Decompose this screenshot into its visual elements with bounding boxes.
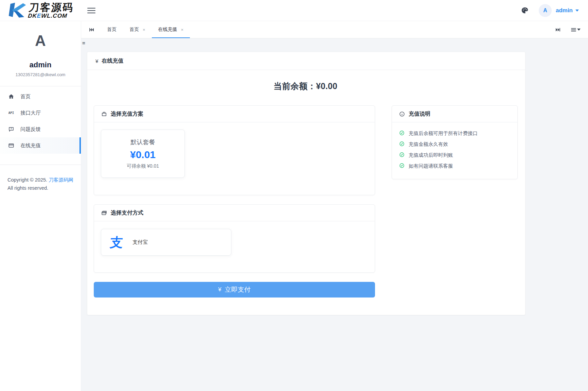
tab-label: 首页 [107, 27, 117, 33]
close-icon[interactable]: × [181, 27, 184, 32]
tabbar: 首页 首页 × 在线充值 × [81, 21, 588, 38]
chevron-down-icon [577, 29, 581, 31]
sidebar-item-label: 接口大厅 [20, 110, 41, 116]
info-section-title: 充值说明 [409, 111, 430, 118]
plan-option-default[interactable]: 默认套餐 ¥0.01 可得余额 ¥0.01 [101, 130, 185, 178]
sidebar: A admin 1302357281@dkewl.com 首页 API 接口大厅 [0, 21, 81, 391]
copyright: Copyright © 2025. 刀客源码网 All rights reser… [0, 165, 81, 192]
sidebar-menu: 首页 API 接口大厅 ? 问题反馈 [0, 86, 81, 156]
sidebar-item-recharge[interactable]: 在线充值 [0, 137, 81, 154]
list-item: 充值成功后即时到账 [399, 150, 510, 160]
theme-palette-icon[interactable] [521, 7, 529, 14]
list-item: 充值后余额可用于所有计费接口 [399, 128, 510, 139]
scroll-tabs-right-icon[interactable] [555, 27, 561, 33]
tab-label: 首页 [129, 27, 139, 33]
payment-section: 选择支付方式 支 支付宝 [94, 204, 375, 273]
info-section: 充值说明 充值后余额可用于所有计费接口 [392, 105, 518, 179]
logo-text: 刀客源码 DKEWL.COM [28, 2, 74, 19]
sidebar-item-api-hall[interactable]: API 接口大厅 [0, 105, 81, 121]
info-circle-icon [399, 111, 405, 117]
plan-note: 可得余额 ¥0.01 [127, 163, 159, 169]
logo[interactable]: 刀客源码 DKEWL.COM [0, 0, 81, 21]
sidebar-toggle-icon[interactable] [87, 8, 95, 13]
logo-k-icon [8, 2, 26, 19]
svg-text:?: ? [11, 128, 12, 130]
tab-home-1[interactable]: 首页 [101, 21, 123, 38]
pay-now-label: 立即支付 [225, 285, 251, 294]
pay-now-button[interactable]: ¥ 立即支付 [94, 282, 375, 298]
plan-price: ¥0.01 [130, 149, 156, 160]
sidebar-item-feedback[interactable]: ? 问题反馈 [0, 121, 81, 137]
current-balance: 当前余额：¥0.00 [94, 81, 517, 92]
logo-subtitle: DKEWL.COM [28, 13, 73, 19]
home-icon [8, 94, 15, 100]
plan-section: 选择充值方案 默认套餐 ¥0.01 可得余额 ¥0.01 [94, 105, 375, 195]
plan-section-header: 选择充值方案 [94, 106, 375, 122]
feedback-icon: ? [8, 126, 15, 132]
check-circle-icon [399, 152, 405, 158]
api-icon: API [8, 111, 15, 115]
tab-home-2[interactable]: 首页 × [123, 21, 152, 38]
list-item: 充值金额永久有效 [399, 139, 510, 150]
info-text: 充值金额永久有效 [409, 141, 448, 148]
info-section-header: 充值说明 [392, 106, 517, 122]
check-circle-icon [399, 163, 405, 169]
left-column: 选择充值方案 默认套餐 ¥0.01 可得余额 ¥0.01 [94, 105, 375, 298]
copyright-line2: All rights reserved. [7, 185, 48, 191]
right-column: 充值说明 充值后余额可用于所有计费接口 [392, 105, 518, 179]
check-circle-icon [399, 130, 405, 137]
plan-section-title: 选择充值方案 [111, 111, 143, 118]
tab-options-menu[interactable] [570, 27, 581, 33]
sidebar-item-label: 首页 [20, 94, 31, 100]
plan-name: 默认套餐 [131, 138, 155, 146]
collapse-handle-icon[interactable]: = [82, 40, 85, 46]
payment-method-label: 支付宝 [132, 239, 148, 245]
logo-sub-pre: DK [28, 13, 37, 19]
copyright-text: Copyright © 2025. [7, 177, 49, 183]
sidebar-profile: A admin 1302357281@dkewl.com [0, 21, 81, 77]
yen-icon: ¥ [95, 58, 98, 64]
content-area: = ¥ 在线充值 当前余额：¥0.00 [81, 38, 588, 391]
alipay-icon: 支 [109, 236, 124, 249]
sidebar-item-label: 问题反馈 [20, 126, 41, 133]
wallet-icon [101, 210, 107, 216]
page-title: 在线充值 [102, 57, 123, 65]
user-menu[interactable]: A admin [539, 4, 579, 17]
sidebar-item-label: 在线充值 [20, 142, 41, 149]
plan-list: 默认套餐 ¥0.01 可得余额 ¥0.01 [94, 122, 375, 195]
copyright-link[interactable]: 刀客源码网 [49, 177, 73, 183]
tab-recharge[interactable]: 在线充值 × [152, 21, 190, 38]
payment-section-title: 选择支付方式 [111, 209, 143, 217]
profile-email: 1302357281@dkewl.com [0, 72, 81, 77]
payment-method-list: 支 支付宝 [94, 221, 375, 272]
info-text: 充值后余额可用于所有计费接口 [409, 130, 478, 137]
yen-icon: ¥ [218, 286, 221, 293]
tab-label: 在线充值 [158, 27, 177, 33]
check-circle-icon [399, 141, 405, 148]
logo-sub-post: WL.COM [41, 13, 68, 19]
recharge-card-body: 当前余额：¥0.00 [87, 70, 525, 315]
info-text: 如有问题请联系客服 [409, 163, 453, 169]
profile-username: admin [0, 61, 81, 69]
info-list: 充值后余额可用于所有计费接口 充值金额永久有效 [392, 122, 517, 179]
chevron-down-icon [575, 10, 579, 12]
recharge-card-header: ¥ 在线充值 [87, 52, 525, 70]
tabbar-right [555, 21, 581, 38]
app-header: 刀客源码 DKEWL.COM A admin [0, 0, 588, 21]
user-name: admin [556, 7, 573, 14]
scroll-tabs-left-icon[interactable] [89, 27, 94, 33]
balance-value: ¥0.00 [316, 81, 337, 91]
ticket-icon [101, 111, 107, 117]
avatar: A [539, 4, 552, 17]
payment-method-alipay[interactable]: 支 支付宝 [101, 229, 231, 256]
info-text: 充值成功后即时到账 [409, 152, 453, 158]
profile-avatar: A [0, 33, 81, 48]
close-icon[interactable]: × [143, 27, 145, 32]
tab-list: 首页 首页 × 在线充值 × [101, 21, 190, 38]
recharge-card: ¥ 在线充值 当前余额：¥0.00 [87, 52, 525, 315]
logo-title: 刀客源码 [28, 2, 74, 13]
sidebar-item-home[interactable]: 首页 [0, 88, 81, 105]
payment-section-header: 选择支付方式 [94, 205, 375, 221]
balance-label: 当前余额： [273, 81, 316, 91]
list-item: 如有问题请联系客服 [399, 160, 510, 171]
